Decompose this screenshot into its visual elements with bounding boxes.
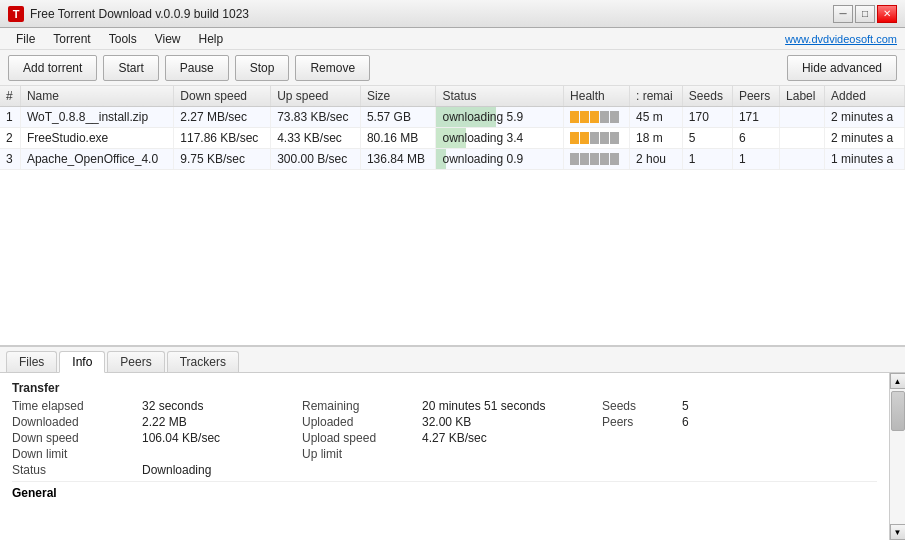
cell-status: ownloading 5.9 [436, 107, 564, 128]
add-torrent-button[interactable]: Add torrent [8, 55, 97, 81]
website-link[interactable]: www.dvdvideosoft.com [785, 33, 897, 45]
col-health[interactable]: Health [564, 86, 630, 107]
tab-info[interactable]: Info [59, 351, 105, 373]
cell-up-speed: 300.00 B/sec [271, 149, 361, 170]
uploaded-label: Uploaded [302, 415, 422, 429]
menu-items: File Torrent Tools View Help [8, 30, 231, 48]
tab-files[interactable]: Files [6, 351, 57, 372]
menu-torrent[interactable]: Torrent [45, 30, 98, 48]
scrollbar[interactable]: ▲ ▼ [889, 373, 905, 540]
seeds-label: Seeds [602, 399, 682, 413]
minimize-button[interactable]: ─ [833, 5, 853, 23]
cell-added: 1 minutes a [825, 149, 905, 170]
cell-label [780, 107, 825, 128]
transfer-section-title: Transfer [12, 381, 877, 395]
menu-view[interactable]: View [147, 30, 189, 48]
cell-peers: 6 [732, 128, 779, 149]
col-peers[interactable]: Peers [732, 86, 779, 107]
cell-down-speed: 117.86 KB/sec [174, 128, 271, 149]
peers-label: Peers [602, 415, 682, 429]
upload-speed-label: Upload speed [302, 431, 422, 445]
cell-peers: 171 [732, 107, 779, 128]
col-up-speed[interactable]: Up speed [271, 86, 361, 107]
tab-peers[interactable]: Peers [107, 351, 164, 372]
status-label: Status [12, 463, 142, 477]
bottom-inner: Transfer Time elapsed 32 seconds Remaini… [0, 373, 905, 540]
cell-remaining: 45 m [630, 107, 683, 128]
seeds-value: 5 [682, 399, 722, 413]
upload-speed-value: 4.27 KB/sec [422, 431, 602, 445]
table-row[interactable]: 2 FreeStudio.exe 117.86 KB/sec 4.33 KB/s… [0, 128, 905, 149]
cell-down-speed: 9.75 KB/sec [174, 149, 271, 170]
down-limit-value [142, 447, 302, 461]
up-limit-label: Up limit [302, 447, 422, 461]
stop-button[interactable]: Stop [235, 55, 290, 81]
toolbar: Add torrent Start Pause Stop Remove Hide… [0, 50, 905, 86]
cell-num: 3 [0, 149, 20, 170]
remaining-value: 20 minutes 51 seconds [422, 399, 602, 413]
cell-up-speed: 4.33 KB/sec [271, 128, 361, 149]
col-down-speed[interactable]: Down speed [174, 86, 271, 107]
col-seeds[interactable]: Seeds [682, 86, 732, 107]
remove-button[interactable]: Remove [295, 55, 370, 81]
cell-peers: 1 [732, 149, 779, 170]
col-added[interactable]: Added [825, 86, 905, 107]
info-content: Transfer Time elapsed 32 seconds Remaini… [0, 373, 889, 540]
scroll-thumb[interactable] [891, 391, 905, 431]
up-limit-value [422, 447, 602, 461]
cell-label [780, 149, 825, 170]
cell-remaining: 2 hou [630, 149, 683, 170]
cell-remaining: 18 m [630, 128, 683, 149]
toolbar-left: Add torrent Start Pause Stop Remove [8, 55, 370, 81]
status-value: Downloading [142, 463, 302, 477]
menu-tools[interactable]: Tools [101, 30, 145, 48]
down-speed-label: Down speed [12, 431, 142, 445]
hide-advanced-button[interactable]: Hide advanced [787, 55, 897, 81]
cell-num: 2 [0, 128, 20, 149]
info-grid: Time elapsed 32 seconds Remaining 20 min… [12, 399, 877, 477]
cell-health [564, 128, 630, 149]
close-button[interactable]: ✕ [877, 5, 897, 23]
col-size[interactable]: Size [360, 86, 436, 107]
downloaded-value: 2.22 MB [142, 415, 302, 429]
general-section-title: General [12, 481, 877, 500]
remaining-label: Remaining [302, 399, 422, 413]
col-label[interactable]: Label [780, 86, 825, 107]
window-controls: ─ □ ✕ [833, 5, 897, 23]
cell-seeds: 170 [682, 107, 732, 128]
app-icon: T [8, 6, 24, 22]
col-name[interactable]: Name [20, 86, 173, 107]
menu-file[interactable]: File [8, 30, 43, 48]
col-num[interactable]: # [0, 86, 20, 107]
title-bar: T Free Torrent Download v.0.0.9 build 10… [0, 0, 905, 28]
time-elapsed-label: Time elapsed [12, 399, 142, 413]
tab-trackers[interactable]: Trackers [167, 351, 239, 372]
table-header-row: # Name Down speed Up speed Size Status H… [0, 86, 905, 107]
table-row[interactable]: 3 Apache_OpenOffice_4.0 9.75 KB/sec 300.… [0, 149, 905, 170]
cell-name: FreeStudio.exe [20, 128, 173, 149]
cell-health [564, 107, 630, 128]
cell-name: Apache_OpenOffice_4.0 [20, 149, 173, 170]
title-bar-left: T Free Torrent Download v.0.0.9 build 10… [8, 6, 249, 22]
bottom-panel: Files Info Peers Trackers Transfer Time … [0, 345, 905, 540]
cell-added: 2 minutes a [825, 128, 905, 149]
maximize-button[interactable]: □ [855, 5, 875, 23]
table-row[interactable]: 1 WoT_0.8.8__install.zip 2.27 MB/sec 73.… [0, 107, 905, 128]
cell-name: WoT_0.8.8__install.zip [20, 107, 173, 128]
cell-size: 5.57 GB [360, 107, 436, 128]
col-status[interactable]: Status [436, 86, 564, 107]
scroll-up-button[interactable]: ▲ [890, 373, 906, 389]
start-button[interactable]: Start [103, 55, 158, 81]
time-elapsed-value: 32 seconds [142, 399, 302, 413]
scroll-down-button[interactable]: ▼ [890, 524, 906, 540]
uploaded-value: 32.00 KB [422, 415, 602, 429]
menu-help[interactable]: Help [191, 30, 232, 48]
col-remaining[interactable]: : remai [630, 86, 683, 107]
cell-health [564, 149, 630, 170]
cell-num: 1 [0, 107, 20, 128]
torrent-list-area: # Name Down speed Up speed Size Status H… [0, 86, 905, 345]
pause-button[interactable]: Pause [165, 55, 229, 81]
cell-size: 136.84 MB [360, 149, 436, 170]
down-speed-value: 106.04 KB/sec [142, 431, 302, 445]
cell-seeds: 1 [682, 149, 732, 170]
